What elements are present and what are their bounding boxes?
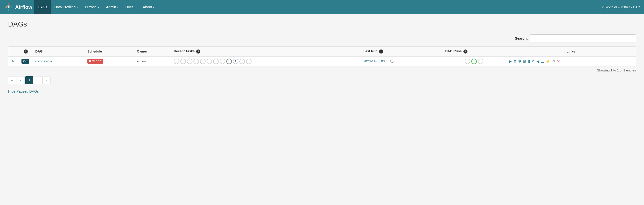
pagination-prev[interactable]: ‹ bbox=[17, 76, 25, 84]
td-edit: ✎ bbox=[8, 56, 18, 66]
duration-chart-icon[interactable]: ▩ bbox=[523, 59, 527, 64]
dag-run-circle[interactable]: 1 bbox=[471, 59, 477, 64]
nav-data-profiling[interactable]: Data Profiling ▾ bbox=[51, 0, 81, 14]
admin-chevron: ▾ bbox=[117, 6, 118, 9]
nav-admin[interactable]: Admin ▾ bbox=[103, 0, 122, 14]
td-recent-tasks: 11 bbox=[171, 56, 360, 66]
dag-run-circle bbox=[478, 59, 483, 64]
task-circle bbox=[239, 59, 245, 64]
task-circle bbox=[220, 59, 225, 64]
pagination-current[interactable]: 1 bbox=[25, 76, 33, 84]
pagination-last[interactable]: » bbox=[42, 76, 51, 84]
airflow-logo-icon bbox=[4, 3, 13, 12]
gantt-icon[interactable]: ▮ bbox=[528, 59, 530, 64]
docs-chevron: ▾ bbox=[134, 6, 136, 9]
table-row: ✎Oncoronavirus0 */3 * * *airflow112020-1… bbox=[8, 56, 636, 66]
td-schedule: 0 */3 * * * bbox=[84, 56, 134, 66]
td-links: ▶ ⬆ ✽ ▩ ▮ ✡ ◀ ☰ ⚡ ↻ ✕ bbox=[506, 56, 636, 66]
task-circle bbox=[207, 59, 212, 64]
task-circle bbox=[200, 59, 206, 64]
graph-view-icon[interactable]: ✽ bbox=[518, 59, 522, 64]
brand-name: Airflow bbox=[15, 4, 32, 10]
logs-icon[interactable]: ⚡ bbox=[546, 59, 551, 64]
th-empty bbox=[8, 47, 18, 56]
task-circle bbox=[180, 59, 186, 64]
nav-timestamp: 2020-11-05 08:09:49 UTC bbox=[602, 5, 640, 9]
dags-table-wrapper: i DAG Schedule Owner Recent Tasks i Last… bbox=[8, 46, 636, 66]
td-last-run: 2020-11-05 03:00 ⓘ bbox=[360, 56, 442, 66]
task-circles-container: 11 bbox=[174, 59, 357, 64]
trigger-dag-icon[interactable]: ▶ bbox=[509, 59, 512, 64]
task-circle bbox=[187, 59, 192, 64]
data-profiling-chevron: ▾ bbox=[77, 6, 78, 9]
th-info: i bbox=[18, 47, 32, 56]
dag-run-circles-container: 1 bbox=[445, 59, 503, 64]
task-circle bbox=[213, 59, 219, 64]
task-circle[interactable]: 1 bbox=[233, 59, 238, 64]
edit-icon[interactable]: ✎ bbox=[11, 59, 15, 63]
page-content: DAGs Search: i DAG Schedule Owner Recent… bbox=[0, 14, 644, 99]
th-dag: DAG bbox=[32, 47, 84, 56]
th-recent-tasks: Recent Tasks i bbox=[171, 47, 360, 56]
table-header-row: i DAG Schedule Owner Recent Tasks i Last… bbox=[8, 47, 636, 56]
task-circle[interactable]: 1 bbox=[226, 59, 232, 64]
svg-marker-1 bbox=[10, 6, 13, 8]
td-dag-runs: 1 bbox=[442, 56, 506, 66]
nav-dags[interactable]: DAGs bbox=[34, 0, 51, 14]
pagination: « ‹ 1 › » bbox=[8, 76, 636, 84]
search-row: Search: bbox=[8, 34, 636, 42]
pagination-first[interactable]: « bbox=[8, 76, 16, 84]
tries-icon[interactable]: ◀ bbox=[536, 59, 539, 64]
nav-docs[interactable]: Docs ▾ bbox=[122, 0, 139, 14]
task-circle bbox=[193, 59, 199, 64]
dags-table: i DAG Schedule Owner Recent Tasks i Last… bbox=[8, 47, 636, 66]
info-circle-recent-tasks[interactable]: i bbox=[196, 49, 200, 54]
td-dag-name: coronavirus bbox=[32, 56, 84, 66]
search-label: Search: bbox=[515, 36, 528, 40]
svg-point-5 bbox=[8, 6, 9, 8]
dag-toggle[interactable]: On bbox=[21, 59, 29, 64]
pagination-next[interactable]: › bbox=[34, 76, 42, 84]
page-title: DAGs bbox=[8, 20, 636, 28]
search-input[interactable] bbox=[530, 34, 636, 42]
landing-times-icon[interactable]: ✡ bbox=[532, 59, 535, 64]
td-toggle: On bbox=[18, 56, 32, 66]
code-icon[interactable]: ☰ bbox=[541, 59, 544, 64]
schedule-badge: 0 */3 * * * bbox=[87, 59, 103, 64]
tree-view-icon[interactable]: ⬆ bbox=[513, 59, 517, 64]
nav-browse[interactable]: Browse ▾ bbox=[81, 0, 103, 14]
th-links: Links bbox=[506, 47, 636, 56]
showing-text: Showing 1 to 1 of 1 entries bbox=[8, 68, 636, 72]
task-circle bbox=[174, 59, 179, 64]
svg-marker-3 bbox=[5, 6, 7, 8]
last-run-info-icon[interactable]: ⓘ bbox=[390, 59, 393, 63]
td-owner: airflow bbox=[134, 56, 171, 66]
info-circle-last-run[interactable]: i bbox=[379, 49, 383, 54]
dag-name-link[interactable]: coronavirus bbox=[35, 59, 52, 63]
info-circle-dag-runs[interactable]: i bbox=[463, 49, 467, 54]
browse-chevron: ▾ bbox=[98, 6, 99, 9]
th-dag-runs: DAG Runs i bbox=[442, 47, 506, 56]
th-schedule: Schedule bbox=[84, 47, 134, 56]
delete-dag-icon[interactable]: ✕ bbox=[557, 59, 560, 64]
task-circle bbox=[246, 59, 252, 64]
last-run-link[interactable]: 2020-11-05 03:00 bbox=[363, 59, 389, 63]
svg-marker-2 bbox=[8, 9, 9, 11]
refresh-icon[interactable]: ↻ bbox=[552, 59, 555, 64]
info-circle-dag[interactable]: i bbox=[24, 49, 28, 54]
about-chevron: ▾ bbox=[153, 6, 154, 9]
th-owner: Owner bbox=[134, 47, 171, 56]
action-links: ▶ ⬆ ✽ ▩ ▮ ✡ ◀ ☰ ⚡ ↻ ✕ bbox=[509, 59, 633, 64]
brand-logo[interactable]: Airflow bbox=[4, 3, 32, 12]
nav-about[interactable]: About ▾ bbox=[139, 0, 158, 14]
dag-run-circle bbox=[465, 59, 470, 64]
hide-paused-dags-link[interactable]: Hide Paused DAGs bbox=[8, 89, 39, 93]
th-last-run: Last Run i bbox=[360, 47, 442, 56]
